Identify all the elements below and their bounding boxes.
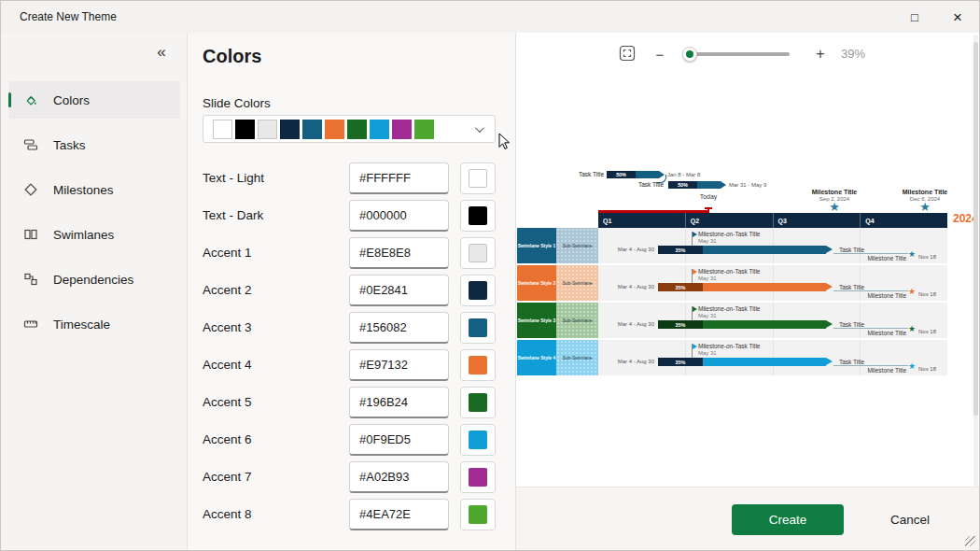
color-swatch-button[interactable] (460, 162, 496, 194)
gantt-preview: Task Title 50% Jan 8 - Mar 8 Task Title … (516, 169, 980, 389)
milestone: Milestone Title Dec 6, 2024 ★ (869, 189, 980, 202)
milestone-star-icon: ★ (908, 288, 916, 296)
hex-color-input[interactable] (349, 162, 449, 194)
milestone-date: Nov 18 (918, 254, 936, 260)
sidebar-item-label: Tasks (53, 138, 86, 152)
preview-panel: − + 39% Task Title 50% Jan 8 - Mar 8 Tas… (516, 33, 979, 550)
sidebar-collapse-button[interactable]: « (149, 40, 174, 64)
today-label: Today (680, 193, 736, 200)
maximize-icon: □ (911, 10, 918, 24)
swimlane-name: Swimlane Style 1 (518, 243, 556, 248)
swimlane-row: Swimlane Style 2 Sub-Swimlane Milestone-… (517, 265, 947, 301)
sub-swimlane-label: Sub-Swimlane (556, 340, 598, 375)
color-swatch-button[interactable] (460, 424, 496, 456)
color-row-label: Accent 3 (203, 312, 252, 344)
quarter-label: Q4 (860, 213, 947, 228)
timeline-band: Q1Q2Q3Q4 (598, 213, 947, 228)
plus-icon: + (816, 46, 824, 62)
hex-color-input[interactable] (349, 275, 449, 306)
zoom-slider-thumb[interactable] (682, 47, 697, 62)
close-button[interactable]: × (936, 1, 979, 33)
color-swatch-button[interactable] (460, 275, 496, 306)
task-dates: Jan 8 - Mar 8 (667, 172, 700, 177)
sidebar: « Colors Tasks Milestones Swimlanes Depe… (1, 33, 188, 550)
milestone-on-task-date: May 31 (698, 238, 717, 244)
create-button[interactable]: Create (732, 504, 844, 535)
hex-color-input[interactable] (349, 200, 449, 232)
milestone-on-task-title: Milestone-on-Task Title (698, 231, 760, 237)
collapse-chevron-icon: « (157, 43, 165, 61)
hex-color-input[interactable] (349, 237, 449, 269)
milestone-title: Milestone Title (819, 367, 906, 374)
color-row: Accent 2 (188, 275, 516, 306)
color-row-label: Accent 4 (203, 349, 252, 381)
slide-colors-dropdown[interactable] (203, 115, 496, 143)
sidebar-item-milestones[interactable]: Milestones (8, 171, 180, 208)
colors-icon (23, 92, 38, 107)
hex-color-input[interactable] (349, 349, 449, 381)
cancel-button[interactable]: Cancel (875, 504, 945, 535)
sidebar-item-swimlanes[interactable]: Swimlanes (8, 216, 180, 253)
sidebar-item-dependencies[interactable]: Dependencies (8, 261, 180, 298)
preview-scrollbar[interactable] (973, 35, 978, 487)
color-swatch-button[interactable] (460, 387, 496, 418)
hex-color-input[interactable] (349, 424, 449, 456)
task-percent: 35% (675, 285, 685, 290)
hex-color-input[interactable] (349, 387, 449, 418)
window-title: Create New Theme (20, 10, 117, 23)
sidebar-item-timescale[interactable]: Timescale (8, 305, 180, 343)
task-bar: 50% (607, 171, 659, 178)
hex-color-input[interactable] (349, 312, 449, 344)
colors-panel: Colors Slide Colors Text - Light Text - … (188, 33, 516, 550)
task-bar: 35% (658, 320, 826, 329)
palette-swatch (302, 120, 322, 139)
zoom-slider[interactable] (685, 52, 790, 56)
milestone-on-task-title: Milestone-on-Task Title (698, 268, 760, 275)
color-swatch-button[interactable] (460, 312, 496, 344)
color-swatch (469, 393, 487, 412)
elapsed-time-line (598, 210, 708, 213)
color-row: Accent 8 (188, 499, 516, 530)
resize-grip[interactable] (965, 536, 975, 546)
scrollbar-thumb[interactable] (973, 42, 978, 416)
dependencies-icon (23, 272, 38, 287)
zoom-in-button[interactable]: + (811, 42, 830, 66)
swimlane-content: Milestone-on-Task Title May 31 Mar 4 - A… (598, 265, 947, 301)
color-swatch-button[interactable] (460, 200, 496, 232)
hex-color-input[interactable] (349, 499, 449, 530)
task-label: Task Title (839, 284, 864, 290)
hex-color-input[interactable] (349, 461, 449, 493)
task-percent: 35% (675, 322, 685, 328)
zoom-out-button[interactable]: − (651, 42, 669, 66)
color-swatch-button[interactable] (460, 349, 496, 381)
color-swatch-button[interactable] (460, 499, 496, 530)
fit-to-screen-button[interactable] (617, 44, 637, 64)
swimlane-content: Milestone-on-Task Title May 31 Mar 4 - A… (598, 340, 947, 375)
palette-swatch (347, 120, 367, 139)
milestone-date: Nov 18 (918, 329, 936, 334)
milestone-star-icon: ★ (869, 201, 980, 213)
task-label: Task Title (839, 247, 864, 253)
sub-swimlane-name: Sub-Swimlane (562, 355, 592, 360)
milestone-on-task-date: May 31 (698, 276, 717, 281)
color-swatch-button[interactable] (460, 461, 496, 493)
milestone-flag-icon (692, 306, 693, 320)
color-row: Accent 5 (188, 387, 516, 418)
dialog-footer: Create Cancel (516, 487, 979, 550)
sidebar-item-colors[interactable]: Colors (8, 81, 180, 119)
fit-icon (619, 45, 636, 62)
page-title: Colors (203, 46, 261, 67)
timescale-icon (23, 317, 38, 332)
milestone-on-task-date: May 31 (698, 313, 717, 318)
sidebar-item-tasks[interactable]: Tasks (8, 126, 180, 163)
palette-swatch (280, 120, 300, 139)
palette-swatch (235, 120, 255, 139)
color-row: Accent 1 (188, 237, 516, 269)
swimlane-content: Milestone-on-Task Title May 31 Mar 4 - A… (598, 228, 947, 263)
color-swatch (469, 505, 487, 524)
maximize-button[interactable]: □ (893, 1, 936, 33)
color-swatch (469, 356, 487, 374)
milestones-icon (23, 182, 38, 197)
color-swatch-button[interactable] (460, 237, 496, 269)
milestone-star-icon: ★ (908, 325, 916, 333)
